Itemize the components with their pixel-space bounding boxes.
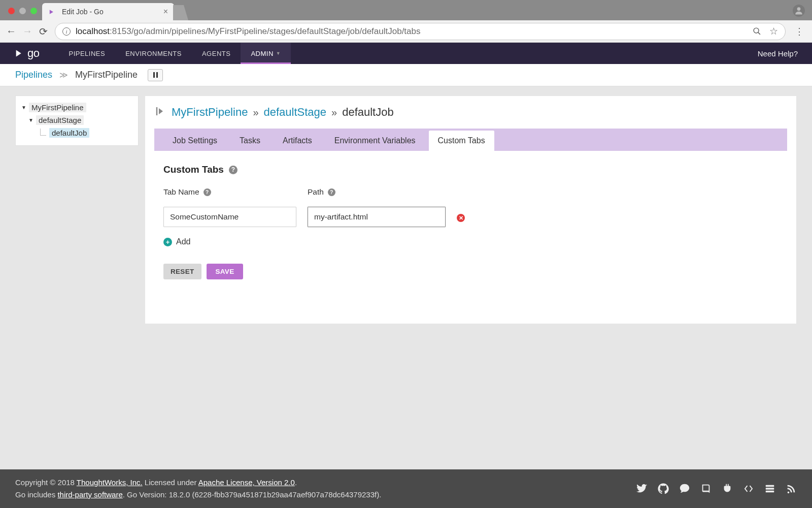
crumb-pipeline-link[interactable]: MyFirstPipeline: [172, 106, 248, 119]
need-help-link[interactable]: Need Help?: [743, 43, 812, 64]
footer-link-thoughtworks[interactable]: ThoughtWorks, Inc.: [77, 478, 143, 487]
svg-point-1: [754, 28, 759, 33]
browser-toolbar: ← → ⟳ i localhost:8153/go/admin/pipeline…: [0, 20, 812, 43]
footer-text-seg: Go includes: [15, 490, 57, 499]
window-controls: [4, 8, 42, 20]
help-icon[interactable]: ?: [229, 166, 238, 174]
custom-tabs-form: Tab Name ? Path ? ✕: [163, 187, 778, 227]
app-header: go PIPELINES ENVIRONMENTS AGENTS ADMIN ▼…: [0, 43, 812, 64]
twitter-icon[interactable]: [636, 483, 648, 494]
rss-icon[interactable]: [786, 483, 797, 494]
nav-agents[interactable]: AGENTS: [192, 43, 241, 64]
inactive-tab-stub[interactable]: [173, 5, 188, 20]
label-path: Path ?: [308, 187, 446, 197]
svg-rect-5: [766, 488, 774, 490]
chat-icon[interactable]: [679, 483, 690, 494]
forward-button[interactable]: →: [22, 25, 31, 37]
plugin-icon[interactable]: [722, 483, 733, 494]
book-icon[interactable]: [700, 483, 712, 494]
crumb-sep: »: [253, 107, 258, 118]
app-logo[interactable]: go: [14, 43, 39, 64]
maximize-window-button[interactable]: [30, 8, 37, 14]
pipeline-tree: ▼ MyFirstPipeline ▼ defaultStage default…: [15, 96, 139, 146]
close-window-button[interactable]: [8, 8, 15, 14]
add-row-button[interactable]: + Add: [163, 237, 778, 246]
workspace: ▼ MyFirstPipeline ▼ defaultStage default…: [0, 86, 812, 333]
nav-admin[interactable]: ADMIN ▼: [241, 43, 291, 64]
breadcrumb-bar: Pipelines ≫ MyFirstPipeline: [0, 64, 812, 86]
crumb-job-current: defaultJob: [342, 106, 394, 119]
footer: Copyright © 2018 ThoughtWorks, Inc. Lice…: [0, 469, 812, 508]
delete-row-button[interactable]: ✕: [457, 214, 465, 222]
tree-job-node[interactable]: defaultJob: [19, 126, 135, 139]
label-tab-name-text: Tab Name: [163, 187, 199, 197]
browser-profile-icon[interactable]: [793, 5, 805, 17]
address-bar[interactable]: i localhost:8153/go/admin/pipelines/MyFi…: [55, 23, 786, 40]
browser-chrome: Edit Job - Go × ← → ⟳ i localhost:8153/g…: [0, 0, 812, 43]
close-tab-icon[interactable]: ×: [163, 7, 168, 16]
svg-point-0: [797, 7, 801, 11]
tree-stage-node[interactable]: ▼ defaultStage: [19, 114, 135, 126]
footer-link-thirdparty[interactable]: third-party software: [57, 490, 122, 499]
col-path: Path ?: [308, 187, 446, 227]
tab-env-vars[interactable]: Environment Variables: [325, 131, 425, 151]
tab-artifacts[interactable]: Artifacts: [274, 131, 321, 151]
svg-line-2: [758, 33, 760, 35]
breadcrumb-current: MyFirstPipeline: [75, 70, 138, 80]
section-title-text: Custom Tabs: [163, 164, 224, 175]
footer-icons: [636, 483, 797, 494]
reload-button[interactable]: ⟳: [39, 25, 48, 38]
tab-name-input[interactable]: [163, 207, 296, 227]
help-icon[interactable]: ?: [204, 188, 211, 196]
main-panel: MyFirstPipeline » defaultStage » default…: [145, 96, 797, 324]
col-tab-name: Tab Name ?: [163, 187, 296, 227]
footer-text: Copyright © 2018 ThoughtWorks, Inc. Lice…: [15, 477, 381, 501]
pipeline-breadcrumb: MyFirstPipeline » defaultStage » default…: [145, 105, 796, 129]
tab-job-settings[interactable]: Job Settings: [163, 131, 226, 151]
url-path: :8153/go/admin/pipelines/MyFirstPipeline…: [110, 26, 420, 36]
tab-tasks[interactable]: Tasks: [230, 131, 269, 151]
tab-custom-tabs[interactable]: Custom Tabs: [429, 131, 494, 151]
reset-button[interactable]: RESET: [163, 264, 201, 279]
address-bar-right: ☆: [753, 25, 778, 37]
crumb-stage-link[interactable]: defaultStage: [264, 106, 327, 119]
section-title: Custom Tabs ?: [163, 164, 778, 175]
bookmark-star-icon[interactable]: ☆: [769, 25, 778, 37]
svg-rect-4: [766, 485, 774, 487]
browser-menu-icon[interactable]: ⋮: [793, 26, 806, 37]
minimize-window-button[interactable]: [19, 8, 26, 14]
tree-stage-label: defaultStage: [36, 115, 84, 125]
nav-environments[interactable]: ENVIRONMENTS: [115, 43, 192, 64]
footer-link-license[interactable]: Apache License, Version 2.0: [198, 478, 295, 487]
api-icon[interactable]: [743, 483, 754, 494]
caret-down-icon: ▼: [21, 105, 27, 110]
pause-pipeline-button[interactable]: [148, 69, 163, 81]
github-icon[interactable]: [658, 483, 669, 494]
site-info-icon[interactable]: i: [62, 27, 71, 36]
label-tab-name: Tab Name ?: [163, 187, 296, 197]
url-text: localhost:8153/go/admin/pipelines/MyFirs…: [76, 26, 421, 37]
server-icon[interactable]: [764, 483, 775, 494]
add-row-label: Add: [176, 237, 190, 246]
path-input[interactable]: [308, 207, 446, 227]
browser-tab[interactable]: Edit Job - Go ×: [42, 3, 174, 20]
zoom-icon[interactable]: [753, 27, 761, 36]
breadcrumb-root[interactable]: Pipelines: [15, 70, 52, 80]
footer-version: . Go Version: 18.2.0 (6228-fbb379a451871…: [123, 490, 382, 499]
url-host: localhost: [76, 26, 110, 36]
tree-job-label: defaultJob: [49, 128, 89, 138]
job-tabs: Job Settings Tasks Artifacts Environment…: [154, 129, 787, 151]
app-logo-text: go: [27, 47, 39, 60]
chevron-down-icon: ▼: [276, 51, 281, 56]
pause-icon: [153, 72, 158, 78]
plus-icon: +: [163, 238, 172, 246]
save-button[interactable]: SAVE: [207, 264, 244, 279]
help-icon[interactable]: ?: [328, 188, 335, 196]
row-actions: ✕: [457, 187, 465, 227]
form-buttons: RESET SAVE: [163, 264, 778, 279]
svg-rect-6: [766, 491, 774, 493]
browser-tab-title: Edit Job - Go: [62, 8, 158, 16]
back-button[interactable]: ←: [6, 25, 15, 37]
nav-pipelines[interactable]: PIPELINES: [58, 43, 115, 64]
tree-pipeline-node[interactable]: ▼ MyFirstPipeline: [19, 101, 135, 114]
